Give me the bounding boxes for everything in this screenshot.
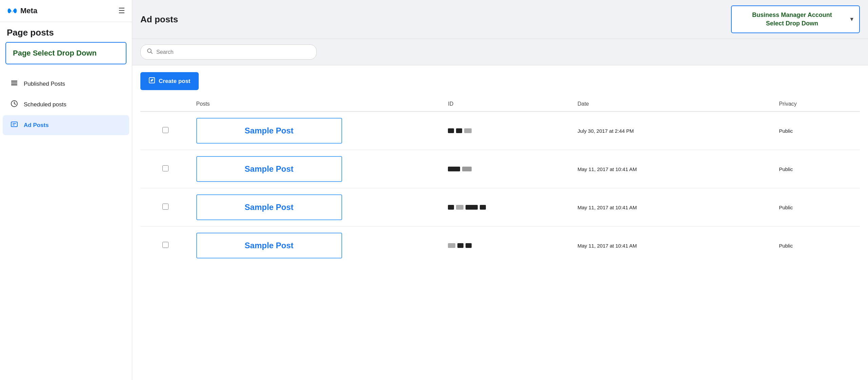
id-cell <box>442 111 572 150</box>
id-block <box>457 243 463 248</box>
svg-line-8 <box>151 52 153 54</box>
id-blocks <box>448 167 567 171</box>
id-block <box>466 243 472 248</box>
id-block <box>466 205 478 210</box>
date-cell: May 11, 2017 at 10:41 AM <box>572 227 773 265</box>
ad-posts-icon <box>9 121 19 130</box>
sample-post-box: Sample Post <box>196 118 342 144</box>
row-checkbox[interactable] <box>162 204 169 210</box>
privacy-cell: Public <box>773 111 860 150</box>
id-blocks <box>448 128 567 133</box>
row-checkbox-cell <box>140 150 191 188</box>
sidebar-item-label-ad-posts: Ad Posts <box>24 122 49 129</box>
sidebar-item-ad-posts[interactable]: Ad Posts <box>3 115 129 135</box>
sidebar-item-published-posts[interactable]: Published Posts <box>3 74 129 94</box>
sample-post-label: Sample Post <box>245 241 294 250</box>
sample-post-box: Sample Post <box>196 156 342 182</box>
id-block <box>448 243 455 248</box>
id-block <box>448 205 454 210</box>
create-post-icon <box>149 77 155 85</box>
bm-account-label: Business Manager Account Select Drop Dow… <box>752 11 832 28</box>
id-block <box>464 128 472 133</box>
col-header-id: ID <box>442 97 572 111</box>
create-post-button[interactable]: Create post <box>140 72 199 90</box>
id-block <box>456 205 463 210</box>
table-body: Sample Post July 30, 2017 at 2:44 PM Pub… <box>140 111 860 265</box>
date-cell: July 30, 2017 at 2:44 PM <box>572 111 773 150</box>
sidebar-nav: Published Posts Scheduled posts Ad Posts <box>0 71 132 138</box>
search-input[interactable] <box>156 49 310 55</box>
post-cell: Sample Post <box>191 111 443 150</box>
col-header-date: Date <box>572 97 773 111</box>
sidebar: Meta ☰ Page posts Page Select Drop Down … <box>0 0 132 380</box>
row-checkbox[interactable] <box>162 242 169 248</box>
post-cell: Sample Post <box>191 150 443 188</box>
sidebar-item-label-published: Published Posts <box>24 81 65 87</box>
page-title: Ad posts <box>140 14 178 25</box>
sample-post-box: Sample Post <box>196 233 342 258</box>
search-bar-container <box>132 39 868 65</box>
sidebar-item-label-scheduled: Scheduled posts <box>24 101 66 108</box>
post-cell: Sample Post <box>191 227 443 265</box>
meta-wordmark: Meta <box>20 6 37 15</box>
id-cell <box>442 227 572 265</box>
create-post-label: Create post <box>159 78 191 85</box>
page-select-dropdown-label: Page Select Drop Down <box>13 49 97 57</box>
bm-account-dropdown[interactable]: Business Manager Account Select Drop Dow… <box>731 5 860 33</box>
sample-post-box: Sample Post <box>196 194 342 220</box>
search-icon <box>147 48 153 56</box>
id-cell <box>442 188 572 227</box>
id-block <box>456 128 462 133</box>
table-row: Sample Post May 11, 2017 at 10:41 AM Pub… <box>140 227 860 265</box>
table-header: Posts ID Date Privacy <box>140 97 860 111</box>
id-block <box>480 205 486 210</box>
id-cell <box>442 150 572 188</box>
id-block <box>462 167 472 171</box>
col-header-posts: Posts <box>191 97 443 111</box>
sample-post-label: Sample Post <box>245 203 294 212</box>
meta-logo: Meta <box>7 5 37 16</box>
scheduled-posts-icon <box>9 100 19 109</box>
hamburger-menu-icon[interactable]: ☰ <box>118 6 125 15</box>
page-posts-title: Page posts <box>0 22 132 42</box>
sample-post-label: Sample Post <box>245 164 294 174</box>
svg-rect-1 <box>11 83 17 84</box>
table-row: Sample Post July 30, 2017 at 2:44 PM Pub… <box>140 111 860 150</box>
col-header-privacy: Privacy <box>773 97 860 111</box>
sidebar-item-scheduled-posts[interactable]: Scheduled posts <box>3 94 129 114</box>
row-checkbox-cell <box>140 227 191 265</box>
table-row: Sample Post May 11, 2017 at 10:41 AM Pub… <box>140 150 860 188</box>
svg-rect-2 <box>11 84 17 85</box>
svg-rect-0 <box>11 81 17 82</box>
id-block <box>448 167 460 171</box>
search-input-wrapper <box>140 44 317 60</box>
sidebar-header: Meta ☰ <box>0 0 132 22</box>
post-cell: Sample Post <box>191 188 443 227</box>
sample-post-label: Sample Post <box>245 126 294 135</box>
privacy-cell: Public <box>773 227 860 265</box>
table-row: Sample Post May 11, 2017 at 10:41 AM Pub… <box>140 188 860 227</box>
row-checkbox[interactable] <box>162 165 169 171</box>
page-select-dropdown[interactable]: Page Select Drop Down <box>5 42 126 64</box>
top-bar: Ad posts Business Manager Account Select… <box>132 0 868 39</box>
published-posts-icon <box>9 79 19 88</box>
meta-logo-icon <box>7 5 18 16</box>
date-cell: May 11, 2017 at 10:41 AM <box>572 150 773 188</box>
col-checkbox <box>140 97 191 111</box>
id-blocks <box>448 243 567 248</box>
row-checkbox-cell <box>140 111 191 150</box>
row-checkbox[interactable] <box>162 127 169 133</box>
content-area: Create post Posts ID Date Privacy <box>132 65 868 380</box>
main-content: Ad posts Business Manager Account Select… <box>132 0 868 380</box>
date-cell: May 11, 2017 at 10:41 AM <box>572 188 773 227</box>
id-block <box>448 128 454 133</box>
bm-chevron-icon: ▼ <box>849 16 854 22</box>
privacy-cell: Public <box>773 150 860 188</box>
svg-rect-5 <box>13 123 16 124</box>
privacy-cell: Public <box>773 188 860 227</box>
id-blocks <box>448 205 567 210</box>
posts-table: Posts ID Date Privacy Sample Post <box>140 97 860 265</box>
svg-rect-6 <box>13 125 15 125</box>
svg-rect-4 <box>11 122 17 127</box>
row-checkbox-cell <box>140 188 191 227</box>
